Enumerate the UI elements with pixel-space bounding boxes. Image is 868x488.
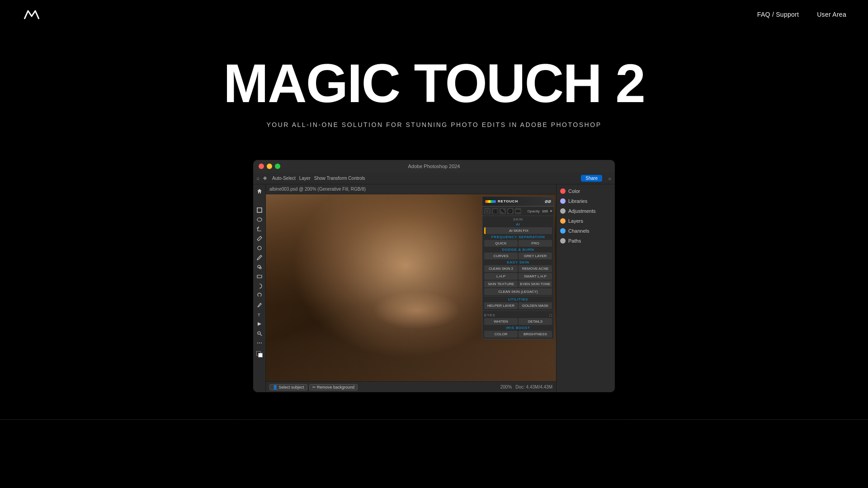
user-area-link[interactable]: User Area xyxy=(817,11,846,18)
iris-boost-buttons: COLOR BRIGHTNESS xyxy=(484,331,552,338)
panel-color[interactable]: Color xyxy=(557,186,615,196)
tool-eraser[interactable] xyxy=(255,272,264,281)
plugin-tool-4[interactable]: ⚙ xyxy=(507,208,514,214)
panel-channels[interactable]: Channels xyxy=(557,226,615,236)
skin-texture-button[interactable]: SKIN TEXTURE xyxy=(484,281,518,287)
canvas-tab[interactable]: albine003.psd @ 200% (Generative Fill, R… xyxy=(266,184,556,194)
tool-home[interactable] xyxy=(255,187,264,195)
divider-1 xyxy=(484,296,552,296)
brightness-button[interactable]: BRIGHTNESS xyxy=(519,331,552,338)
plugin-logo: RETOUCH xyxy=(485,199,518,203)
details-button[interactable]: DETAILS xyxy=(519,318,552,325)
ps-main-area: T xyxy=(253,184,615,392)
ai-skin-fix-button[interactable]: AI SKIN FIX xyxy=(484,227,552,234)
even-skin-tone-button[interactable]: EVEN SKIN TONE xyxy=(519,281,552,287)
canvas-image: RETOUCH ⌀⌀ □ ⊞ ✎ ⚙ ✏ Opacity 100 xyxy=(266,194,556,381)
tool-zoom[interactable] xyxy=(255,329,264,338)
hero-subtitle: YOUR ALL-IN-ONE SOLUTION FOR STUNNING PH… xyxy=(9,121,859,128)
remove-acne-button[interactable]: REMOVE ACNE xyxy=(519,265,552,272)
panel-libraries-label: Libraries xyxy=(568,198,587,204)
tool-heal[interactable] xyxy=(255,244,264,252)
panel-channels-label: Channels xyxy=(568,228,589,234)
dodge-burn-title: DODGE & BURN xyxy=(484,248,552,252)
pro-button[interactable]: PRO xyxy=(519,240,552,247)
tool-crop[interactable] xyxy=(255,225,264,233)
tool-text[interactable]: T xyxy=(255,310,264,319)
opacity-value: 100 xyxy=(542,209,548,213)
curves-button[interactable]: CURVES xyxy=(484,253,518,259)
panel-adjustments-label: Adjustments xyxy=(568,208,596,214)
panel-channels-icon xyxy=(560,228,566,234)
tool-dodge[interactable] xyxy=(255,291,264,300)
tool-move[interactable] xyxy=(255,197,264,205)
window-dots xyxy=(259,164,280,169)
ai-skin-fix-row: AI SKIN FIX xyxy=(484,227,552,234)
faq-support-link[interactable]: FAQ / Support xyxy=(757,11,799,18)
hero-title: MAGIC TOUCH 2 xyxy=(9,56,859,110)
svg-line-8 xyxy=(260,334,262,336)
plugin-tool-1[interactable]: □ xyxy=(484,208,491,214)
tool-arrow[interactable] xyxy=(255,320,264,328)
plugin-brand-icon: ⌀⌀ xyxy=(545,198,551,204)
tool-lasso[interactable] xyxy=(255,216,264,224)
logo-icon xyxy=(22,7,43,22)
maximize-dot[interactable] xyxy=(275,164,280,169)
panel-layers[interactable]: Layers xyxy=(557,216,615,226)
opacity-circle xyxy=(550,210,552,212)
ps-right-panels: Color Libraries Adjustments Layers Chann… xyxy=(556,184,615,392)
freq-sep-title: FREQUENCY SEPARATION xyxy=(484,235,552,239)
tool-foreground-color[interactable] xyxy=(255,350,264,358)
share-button[interactable]: Share xyxy=(581,175,602,182)
footer-select-buttons: 👤 Select subject ✂ Remove background xyxy=(269,384,358,390)
plugin-tool-5[interactable]: ✏ xyxy=(515,208,521,214)
plugin-logo-text: RETOUCH xyxy=(498,199,518,203)
whiten-button[interactable]: WHITEN xyxy=(484,318,518,325)
tool-brush[interactable] xyxy=(255,253,264,262)
toolbar-home-icon[interactable]: ⌂ xyxy=(257,176,259,181)
remove-background-button[interactable]: ✂ Remove background xyxy=(309,384,358,390)
tool-pen[interactable] xyxy=(255,301,264,309)
minimize-dot[interactable] xyxy=(267,164,272,169)
svg-text:T: T xyxy=(258,313,260,317)
panel-adjustments[interactable]: Adjustments xyxy=(557,206,615,216)
panel-color-label: Color xyxy=(568,188,580,194)
select-subject-button[interactable]: 👤 Select subject xyxy=(269,384,307,390)
tool-eyedropper[interactable] xyxy=(255,235,264,243)
lhp-button[interactable]: L.H.P xyxy=(484,273,518,280)
toolbar-search-icon[interactable]: ⌕ xyxy=(609,176,611,181)
panel-paths-label: Paths xyxy=(568,238,581,244)
plugin-tool-2[interactable]: ⊞ xyxy=(492,208,498,214)
remove-bg-icon: ✂ xyxy=(312,385,316,389)
helper-layer-button[interactable]: HELPER LAYER xyxy=(484,302,518,309)
close-dot[interactable] xyxy=(259,164,264,169)
nav-links: FAQ / Support User Area xyxy=(757,11,846,18)
canvas-tab-label: albine003.psd @ 200% (Generative Fill, R… xyxy=(269,187,366,192)
clean-skin-2-button[interactable]: CLEAN SKIN 2 xyxy=(484,265,518,272)
tool-blur[interactable] xyxy=(255,282,264,290)
easy-skin-row1: CLEAN SKIN 2 REMOVE ACNE xyxy=(484,265,552,272)
tool-select[interactable] xyxy=(255,206,264,214)
eyes-title: EYES xyxy=(484,313,495,317)
iris-boost-title: IRIS BOOST xyxy=(484,326,552,330)
tool-clone[interactable] xyxy=(255,263,264,271)
toolbar-move-icon[interactable]: ✥ xyxy=(263,176,267,181)
plugin-tool-3[interactable]: ✎ xyxy=(500,208,506,214)
golden-mask-button[interactable]: GOLDEN MASK xyxy=(519,302,552,309)
ps-top-toolbar: ⌂ ✥ Auto-Select Layer Show Transform Con… xyxy=(253,173,615,184)
grey-layer-button[interactable]: GREY LAYER xyxy=(519,253,552,259)
panel-adjustments-icon xyxy=(560,208,566,214)
panel-paths[interactable]: Paths xyxy=(557,236,615,246)
eyes-row1: WHITEN DETAILS xyxy=(484,318,552,325)
zoom-level: 200% xyxy=(500,385,512,389)
tool-more[interactable] xyxy=(255,339,264,347)
remove-bg-label: Remove background xyxy=(317,385,354,389)
panel-color-icon xyxy=(560,188,566,194)
color-button[interactable]: COLOR xyxy=(484,331,518,338)
panel-libraries[interactable]: Libraries xyxy=(557,196,615,206)
clean-skin-legacy-button[interactable]: CLEAN SKIN (LEGACY) xyxy=(484,288,552,295)
easy-skin-row4: CLEAN SKIN (LEGACY) xyxy=(484,288,552,295)
panel-libraries-icon xyxy=(560,198,566,204)
eyes-expand-icon[interactable]: □ xyxy=(550,313,552,318)
smart-lhp-button[interactable]: SMART L.H.P xyxy=(519,273,552,280)
quick-button[interactable]: QUICK xyxy=(484,240,518,247)
